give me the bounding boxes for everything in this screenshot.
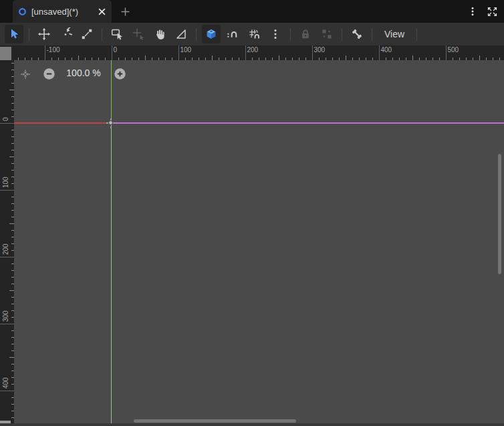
pan-tool[interactable] <box>150 25 169 43</box>
ruler-tick <box>446 45 447 60</box>
skeleton-options-menu[interactable] <box>348 25 366 43</box>
ruler-label: 200 <box>247 46 259 54</box>
ruler-label: 100 <box>2 177 9 188</box>
ruler-tick <box>212 56 213 60</box>
ruler-corner-square <box>0 47 11 60</box>
kebab-menu-icon <box>467 6 478 17</box>
ruler-triangle-icon <box>174 27 188 41</box>
bottom-edge-strip <box>0 423 504 426</box>
lock-icon <box>299 27 312 41</box>
toolbar-separator <box>102 28 102 41</box>
ruler-tick <box>479 56 480 60</box>
grid-snap-toggle[interactable] <box>245 25 263 43</box>
x-axis-line-left-of-origin <box>14 122 112 124</box>
origin-handle <box>108 120 113 125</box>
ruler-label: 500 <box>448 46 459 54</box>
magnet-icon <box>226 27 239 41</box>
ruler-tick <box>0 123 14 124</box>
center-view-icon <box>19 68 31 80</box>
horizontal-ruler[interactable]: -1000100200300400500 <box>14 45 504 60</box>
expand-arrows-icon <box>487 6 498 17</box>
expand-button[interactable] <box>487 6 498 17</box>
ruler-tick <box>346 56 346 60</box>
scrollbar-corner <box>0 421 11 423</box>
bone-icon <box>350 27 364 41</box>
ruler-tick <box>379 45 380 60</box>
ruler-tick <box>9 156 14 157</box>
ruler-tick <box>9 290 14 291</box>
ruler-tick <box>0 391 14 391</box>
scene-circle-icon <box>18 7 27 16</box>
cube-icon <box>205 27 218 41</box>
ruler-label: 300 <box>314 46 326 54</box>
ruler-tick <box>9 223 14 224</box>
ruler-tick <box>412 56 413 60</box>
toolbar-separator <box>290 28 291 41</box>
plus-circle-icon <box>114 68 126 80</box>
ruler-label: 400 <box>2 377 9 389</box>
move-tool[interactable] <box>35 25 53 43</box>
group-selection-button[interactable] <box>318 25 336 43</box>
select-arrow-icon <box>7 27 21 41</box>
measure-tool[interactable] <box>172 25 191 43</box>
list-select-icon <box>110 27 124 41</box>
ruler-tick <box>9 357 14 358</box>
tabbar-right-controls <box>467 0 504 23</box>
kebab-icon <box>269 27 282 41</box>
new-tab-button[interactable] <box>120 7 130 17</box>
viewport-canvas[interactable] <box>14 60 504 426</box>
origin-gizmo <box>107 119 116 128</box>
ruler-tick <box>0 324 14 324</box>
ruler-tick <box>9 90 14 90</box>
rotate-tool[interactable] <box>56 25 75 43</box>
vertical-scrollbar-thumb[interactable] <box>498 154 501 274</box>
view-menu-button[interactable]: View <box>376 29 412 39</box>
pivot-tool[interactable] <box>129 25 148 43</box>
close-icon[interactable] <box>98 7 106 16</box>
toolbar-separator <box>416 28 417 41</box>
origin-nub <box>114 122 116 124</box>
scene-tab-title: [unsaved](*) <box>31 7 95 17</box>
ruler-label: 300 <box>2 310 9 322</box>
scene-tabbar: [unsaved](*) <box>0 0 504 23</box>
vertical-ruler[interactable]: 0100200300400 <box>0 60 14 426</box>
ruler-tick <box>279 56 279 60</box>
scene-tab[interactable]: [unsaved](*) <box>13 0 112 23</box>
editor-window: [unsaved](*) View -1000100200300400500 0… <box>0 0 504 426</box>
pivot-icon <box>132 27 145 41</box>
scale-tool[interactable] <box>78 25 96 43</box>
y-axis-line-below-origin <box>111 123 112 423</box>
scale-icon <box>80 27 94 41</box>
x-axis-line-right-of-origin <box>112 122 504 124</box>
ruler-tick <box>312 45 313 60</box>
ruler-label: 0 <box>2 117 9 121</box>
smart-snap-toggle[interactable] <box>223 25 242 43</box>
ruler-label: -100 <box>47 46 60 54</box>
ruler-tick <box>45 45 45 60</box>
ruler-tick <box>178 45 179 60</box>
move-icon <box>37 27 51 41</box>
ruler-tick <box>245 45 246 60</box>
y-axis-line-above-origin <box>111 60 112 123</box>
zoom-in-button[interactable] <box>114 68 126 80</box>
origin-nub <box>110 126 112 128</box>
viewport-toolbar: View <box>0 23 504 45</box>
rotate-icon <box>59 27 72 41</box>
ruler-label: 400 <box>381 46 392 54</box>
ruler-tick <box>112 45 112 60</box>
snap-cube-toggle[interactable] <box>202 25 221 43</box>
group-squares-icon <box>320 27 334 41</box>
toolbar-separator <box>196 28 197 41</box>
select-tool[interactable] <box>5 25 23 43</box>
toolbar-separator <box>372 28 372 41</box>
lock-selection-button[interactable] <box>296 25 315 43</box>
ruler-tick <box>145 56 146 60</box>
center-view-button[interactable] <box>19 68 31 80</box>
snap-options-menu[interactable] <box>266 25 285 43</box>
list-select-tool[interactable] <box>108 25 126 43</box>
zoom-out-button[interactable] <box>43 68 55 80</box>
horizontal-scrollbar-thumb[interactable] <box>134 419 296 423</box>
tab-menu-button[interactable] <box>467 6 478 17</box>
toolbar-separator <box>342 28 342 41</box>
zoom-reset-button[interactable]: 100.0 % <box>57 68 110 78</box>
